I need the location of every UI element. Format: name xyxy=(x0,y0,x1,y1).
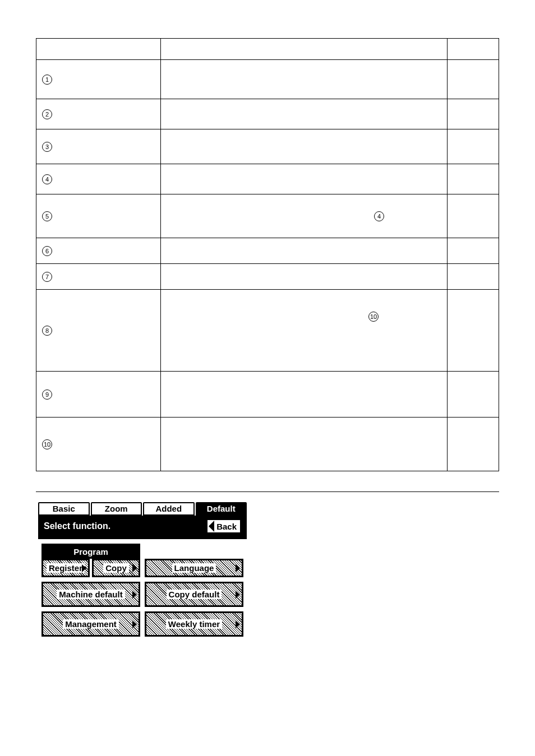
inline-ref-icon: 10 xyxy=(368,312,379,322)
row-number-icon: 9 xyxy=(42,389,52,400)
row-number-icon: 3 xyxy=(42,142,52,152)
table-row: 6 xyxy=(36,238,499,264)
lcd-header: Select function. Back xyxy=(38,516,247,539)
table-row: 2 xyxy=(36,99,499,129)
row-number-icon: 1 xyxy=(42,75,52,85)
table-row: 7 xyxy=(36,264,499,290)
back-button-label: Back xyxy=(216,522,237,531)
table-row: 1 xyxy=(36,60,499,99)
management-button-label: Management xyxy=(63,619,119,629)
table-row: 3 xyxy=(36,129,499,164)
management-button[interactable]: Management xyxy=(41,611,140,637)
program-copy-button[interactable]: Copy xyxy=(92,559,140,577)
chevron-right-icon xyxy=(236,564,240,572)
chevron-right-icon xyxy=(236,620,240,628)
back-button[interactable]: Back xyxy=(206,519,241,534)
table-row: 10 xyxy=(36,418,499,471)
table-header-col2 xyxy=(161,39,448,60)
tab-default[interactable]: Default xyxy=(196,502,247,516)
row-number-icon: 7 xyxy=(42,272,52,282)
program-copy-button-label: Copy xyxy=(103,563,129,573)
machine-default-button[interactable]: Machine default xyxy=(41,582,140,607)
row-number-icon: 6 xyxy=(42,246,52,256)
tab-added[interactable]: Added xyxy=(143,502,195,516)
lcd-title: Select function. xyxy=(44,521,110,531)
table-row: 8 10 xyxy=(36,290,499,372)
chevron-right-icon xyxy=(132,591,137,599)
row-number-icon: 5 xyxy=(42,211,52,221)
register-button-label: Register xyxy=(47,563,85,573)
machine-default-button-label: Machine default xyxy=(57,590,124,599)
row-number-icon: 2 xyxy=(42,109,52,119)
row-number-icon: 4 xyxy=(42,174,52,184)
settings-table: 1 2 3 4 5 4 6 xyxy=(36,38,499,471)
language-button[interactable]: Language xyxy=(145,559,243,577)
table-header-col1 xyxy=(36,39,161,60)
row-number-icon: 10 xyxy=(42,439,52,449)
chevron-right-icon xyxy=(236,591,240,599)
program-group-label: Program xyxy=(41,544,140,559)
language-button-label: Language xyxy=(172,563,216,573)
lcd-panel: Basic Zoom Added Default Select function… xyxy=(38,502,247,640)
table-row: 4 xyxy=(36,164,499,194)
table-header-col3 xyxy=(448,39,499,60)
weekly-timer-button-label: Weekly timer xyxy=(166,619,222,629)
register-button[interactable]: Register xyxy=(41,559,90,577)
inline-ref-icon: 4 xyxy=(374,211,384,221)
section-divider xyxy=(36,491,499,492)
tab-zoom[interactable]: Zoom xyxy=(91,502,142,516)
tab-basic[interactable]: Basic xyxy=(38,502,90,516)
table-row: 5 4 xyxy=(36,194,499,238)
chevron-right-icon xyxy=(82,564,86,572)
copy-default-button[interactable]: Copy default xyxy=(145,582,243,607)
chevron-left-icon xyxy=(209,521,214,532)
row-number-icon: 8 xyxy=(42,326,52,336)
chevron-right-icon xyxy=(132,620,137,628)
weekly-timer-button[interactable]: Weekly timer xyxy=(145,611,243,637)
chevron-right-icon xyxy=(132,564,137,572)
table-row: 9 xyxy=(36,372,499,418)
copy-default-button-label: Copy default xyxy=(167,590,222,599)
